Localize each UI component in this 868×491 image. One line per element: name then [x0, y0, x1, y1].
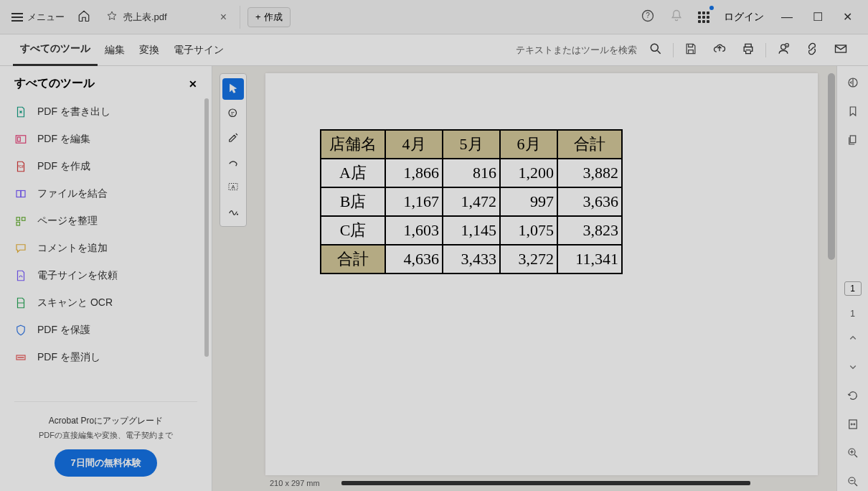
zoom-out-icon: [846, 475, 859, 488]
comment-tool[interactable]: [222, 103, 244, 124]
upgrade-title: Acrobat Proにアップグレード: [14, 415, 197, 427]
sidebar-item-edit-pdf[interactable]: PDF を編集: [0, 126, 203, 153]
search-button[interactable]: [641, 37, 670, 63]
document-tab[interactable]: 売上表.pdf ×: [98, 6, 240, 29]
home-button[interactable]: [70, 5, 98, 29]
hamburger-icon: [11, 17, 23, 18]
esign-icon: [14, 269, 27, 282]
save-icon: [684, 42, 698, 56]
document-area: A 店舗名 4月 5月 6月 合計 A店: [212, 66, 868, 491]
svg-point-2: [651, 44, 658, 51]
tab-close-button[interactable]: ×: [216, 11, 231, 24]
plus-icon: +: [255, 11, 261, 22]
star-icon: [106, 10, 118, 24]
create-button[interactable]: + 作成: [247, 7, 291, 27]
share-user-icon: +: [776, 42, 791, 56]
table-header: 6月: [500, 130, 557, 159]
login-button[interactable]: ログイン: [717, 11, 771, 24]
sidebar-item-export-pdf[interactable]: PDF を書き出し: [0, 98, 203, 126]
side-panel-close[interactable]: ✕: [189, 78, 197, 90]
fit-width-button[interactable]: [846, 418, 859, 434]
sidebar-item-combine[interactable]: ファイルを結合: [0, 180, 203, 207]
side-scrollbar[interactable]: [204, 98, 209, 357]
right-rail: 1 1: [836, 66, 868, 491]
pdf-page: 店舗名 4月 5月 6月 合計 A店 1,866 816 1,200 3,882: [265, 73, 818, 475]
cloud-button[interactable]: [705, 37, 734, 63]
textbox-tool[interactable]: A: [222, 176, 244, 197]
svg-line-28: [854, 454, 857, 457]
tab-esign[interactable]: 電子サイン: [166, 35, 231, 65]
sidebar-item-organize[interactable]: ページを整理: [0, 207, 203, 235]
pointer-icon: [227, 83, 240, 95]
page-scrollbar[interactable]: [828, 73, 835, 260]
print-icon: [741, 42, 755, 56]
menu-label: メニュー: [27, 11, 65, 24]
page-indicator[interactable]: 1: [844, 281, 862, 296]
pointer-tool[interactable]: [222, 78, 244, 100]
title-bar: メニュー 売上表.pdf × + 作成 ? ログイン — ☐ ✕: [0, 0, 868, 34]
search-label: テキストまたはツールを検索: [516, 44, 637, 57]
notification-dot-icon: [709, 6, 714, 10]
svg-rect-25: [850, 136, 856, 143]
protect-icon: [14, 324, 27, 337]
sidebar-item-request-esign[interactable]: 電子サインを依頼: [0, 262, 203, 289]
table-header: 合計: [557, 130, 622, 159]
tab-convert[interactable]: 変換: [132, 35, 166, 65]
export-icon: [14, 106, 27, 118]
sidebar-item-create-pdf[interactable]: PDF PDF を作成: [0, 153, 203, 180]
page-count: 1: [850, 309, 855, 319]
minimize-button[interactable]: —: [771, 6, 803, 28]
upgrade-subtitle: PDFの直接編集や変換、電子契約まで: [14, 430, 197, 441]
tab-edit[interactable]: 編集: [98, 35, 132, 65]
apps-button[interactable]: [691, 7, 717, 27]
redact-icon: [14, 351, 27, 364]
svg-point-18: [229, 109, 237, 117]
sidebar-item-label: PDF を書き出し: [37, 106, 110, 118]
page-down-button[interactable]: [846, 360, 859, 376]
svg-text:+: +: [786, 42, 788, 47]
highlight-tool[interactable]: [222, 127, 244, 149]
help-button[interactable]: ?: [633, 4, 662, 30]
sidebar-item-label: PDF を作成: [37, 160, 90, 173]
sidebar-item-comment[interactable]: コメントを追加: [0, 235, 203, 262]
comment-icon: [14, 242, 27, 255]
chevron-up-icon: [846, 332, 859, 345]
bookmark-button[interactable]: [846, 105, 859, 121]
sidebar-item-label: ページを整理: [37, 215, 98, 228]
print-button[interactable]: [734, 37, 763, 63]
zoom-in-icon: [846, 446, 859, 459]
save-button[interactable]: [676, 37, 705, 63]
email-icon: [834, 42, 848, 56]
horizontal-scrollbar[interactable]: [341, 481, 750, 485]
copy-button[interactable]: [846, 134, 859, 149]
email-button[interactable]: [826, 37, 855, 63]
maximize-button[interactable]: ☐: [803, 6, 833, 28]
sidebar-item-scan-ocr[interactable]: スキャンと OCR: [0, 289, 203, 317]
page-up-button[interactable]: [846, 332, 859, 347]
share-button[interactable]: +: [769, 37, 798, 63]
table-header: 店舗名: [321, 130, 385, 159]
svg-point-23: [237, 213, 238, 215]
svg-rect-9: [18, 137, 21, 141]
link-button[interactable]: [798, 37, 826, 63]
sidebar-item-redact[interactable]: PDF を墨消し: [0, 344, 203, 371]
draw-tool[interactable]: [222, 151, 244, 173]
tab-all-tools[interactable]: すべてのツール: [13, 34, 98, 66]
trial-button[interactable]: 7日間の無料体験: [55, 449, 156, 477]
create-label: 作成: [264, 11, 283, 24]
zoom-in-button[interactable]: [846, 446, 859, 462]
menu-button[interactable]: メニュー: [6, 8, 70, 27]
svg-line-32: [854, 483, 857, 486]
panel-toggle-button[interactable]: [846, 76, 859, 92]
table-row: A店 1,866 816 1,200 3,882: [321, 159, 622, 187]
highlight-icon: [227, 131, 240, 144]
sidebar-item-protect[interactable]: PDF を保護: [0, 317, 203, 344]
table-header: 5月: [443, 130, 500, 159]
notification-button[interactable]: [662, 4, 691, 30]
help-icon: ?: [641, 9, 655, 23]
zoom-out-button[interactable]: [846, 475, 859, 491]
close-window-button[interactable]: ✕: [833, 6, 862, 28]
rotate-button[interactable]: [846, 389, 859, 405]
textbox-icon: A: [227, 180, 240, 193]
signature-tool[interactable]: [222, 200, 244, 222]
